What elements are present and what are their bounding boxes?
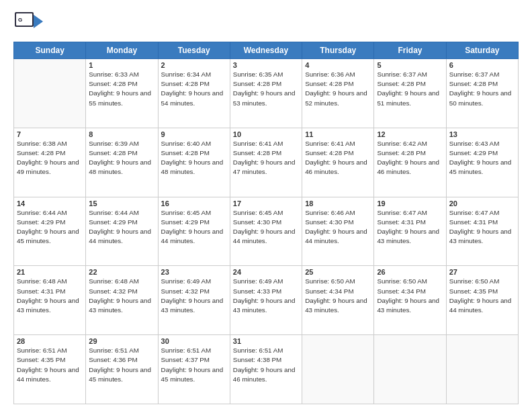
calendar-cell: 17Sunrise: 6:45 AMSunset: 4:30 PMDayligh…: [230, 197, 302, 266]
calendar-cell: 21Sunrise: 6:48 AMSunset: 4:31 PMDayligh…: [14, 266, 86, 335]
calendar-cell: 23Sunrise: 6:49 AMSunset: 4:32 PMDayligh…: [158, 266, 230, 335]
day-info: Sunrise: 6:42 AMSunset: 4:28 PMDaylight:…: [377, 139, 443, 177]
calendar-day-header: Tuesday: [158, 42, 230, 59]
calendar-cell: [446, 335, 518, 404]
day-number: 22: [89, 268, 154, 276]
header: G: [13, 11, 519, 35]
day-info: Sunrise: 6:49 AMSunset: 4:33 PMDaylight:…: [233, 277, 299, 315]
day-info: Sunrise: 6:51 AMSunset: 4:38 PMDaylight:…: [233, 346, 299, 384]
day-number: 30: [161, 337, 227, 345]
day-info: Sunrise: 6:36 AMSunset: 4:28 PMDaylight:…: [305, 70, 371, 108]
calendar-day-header: Wednesday: [230, 42, 302, 59]
calendar-cell: 13Sunrise: 6:43 AMSunset: 4:29 PMDayligh…: [446, 128, 518, 197]
calendar-cell: 3Sunrise: 6:35 AMSunset: 4:28 PMDaylight…: [230, 59, 302, 128]
calendar-cell: 2Sunrise: 6:34 AMSunset: 4:28 PMDaylight…: [158, 59, 230, 128]
calendar-header-row: SundayMondayTuesdayWednesdayThursdayFrid…: [14, 42, 519, 59]
day-number: 2: [161, 61, 227, 69]
day-number: 13: [449, 130, 515, 138]
day-info: Sunrise: 6:49 AMSunset: 4:32 PMDaylight:…: [161, 277, 227, 315]
calendar-day-header: Saturday: [446, 42, 518, 59]
day-info: Sunrise: 6:50 AMSunset: 4:34 PMDaylight:…: [305, 277, 371, 315]
day-number: 20: [449, 199, 515, 208]
day-info: Sunrise: 6:37 AMSunset: 4:28 PMDaylight:…: [449, 70, 515, 108]
day-number: 7: [17, 130, 83, 138]
day-info: Sunrise: 6:41 AMSunset: 4:28 PMDaylight:…: [305, 139, 371, 177]
calendar-cell: 20Sunrise: 6:47 AMSunset: 4:31 PMDayligh…: [446, 197, 518, 266]
page: G SundayMondayTuesdayWednesdayThursdayFr…: [0, 0, 532, 411]
day-info: Sunrise: 6:37 AMSunset: 4:28 PMDaylight:…: [377, 70, 443, 108]
calendar-cell: 18Sunrise: 6:46 AMSunset: 4:30 PMDayligh…: [302, 197, 374, 266]
day-info: Sunrise: 6:43 AMSunset: 4:29 PMDaylight:…: [449, 139, 515, 177]
day-info: Sunrise: 6:41 AMSunset: 4:28 PMDaylight:…: [233, 139, 299, 177]
calendar-cell: [374, 335, 446, 404]
day-number: 3: [233, 61, 299, 69]
day-number: 1: [89, 61, 154, 69]
calendar-day-header: Monday: [86, 42, 158, 59]
calendar-cell: 4Sunrise: 6:36 AMSunset: 4:28 PMDaylight…: [302, 59, 374, 128]
calendar-cell: 14Sunrise: 6:44 AMSunset: 4:29 PMDayligh…: [14, 197, 86, 266]
day-info: Sunrise: 6:48 AMSunset: 4:32 PMDaylight:…: [89, 277, 154, 315]
day-info: Sunrise: 6:34 AMSunset: 4:28 PMDaylight:…: [161, 70, 227, 108]
day-info: Sunrise: 6:51 AMSunset: 4:37 PMDaylight:…: [161, 346, 227, 384]
day-info: Sunrise: 6:47 AMSunset: 4:31 PMDaylight:…: [449, 208, 515, 246]
day-number: 15: [89, 199, 154, 208]
calendar-cell: 8Sunrise: 6:39 AMSunset: 4:28 PMDaylight…: [86, 128, 158, 197]
day-number: 31: [233, 337, 299, 345]
calendar-table: SundayMondayTuesdayWednesdayThursdayFrid…: [13, 42, 519, 404]
calendar-cell: 11Sunrise: 6:41 AMSunset: 4:28 PMDayligh…: [302, 128, 374, 197]
calendar-day-header: Sunday: [14, 42, 86, 59]
calendar-week-row: 28Sunrise: 6:51 AMSunset: 4:35 PMDayligh…: [14, 335, 519, 404]
calendar-cell: 24Sunrise: 6:49 AMSunset: 4:33 PMDayligh…: [230, 266, 302, 335]
day-number: 5: [377, 61, 443, 69]
day-number: 14: [17, 199, 83, 208]
calendar-cell: 15Sunrise: 6:44 AMSunset: 4:29 PMDayligh…: [86, 197, 158, 266]
day-number: 8: [89, 130, 154, 138]
day-info: Sunrise: 6:50 AMSunset: 4:34 PMDaylight:…: [377, 277, 443, 315]
day-number: 11: [305, 130, 371, 138]
calendar-cell: 28Sunrise: 6:51 AMSunset: 4:35 PMDayligh…: [14, 335, 86, 404]
day-info: Sunrise: 6:51 AMSunset: 4:36 PMDaylight:…: [89, 346, 154, 384]
logo: G: [13, 11, 46, 35]
calendar-cell: 12Sunrise: 6:42 AMSunset: 4:28 PMDayligh…: [374, 128, 446, 197]
day-number: 25: [305, 268, 371, 276]
day-number: 19: [377, 199, 443, 208]
calendar-week-row: 14Sunrise: 6:44 AMSunset: 4:29 PMDayligh…: [14, 197, 519, 266]
day-info: Sunrise: 6:46 AMSunset: 4:30 PMDaylight:…: [305, 208, 371, 246]
calendar-cell: 29Sunrise: 6:51 AMSunset: 4:36 PMDayligh…: [86, 335, 158, 404]
day-number: 16: [161, 199, 227, 208]
day-number: 4: [305, 61, 371, 69]
day-info: Sunrise: 6:39 AMSunset: 4:28 PMDaylight:…: [89, 139, 154, 177]
day-number: 21: [17, 268, 83, 276]
calendar-cell: 10Sunrise: 6:41 AMSunset: 4:28 PMDayligh…: [230, 128, 302, 197]
day-info: Sunrise: 6:45 AMSunset: 4:30 PMDaylight:…: [233, 208, 299, 246]
day-info: Sunrise: 6:40 AMSunset: 4:28 PMDaylight:…: [161, 139, 227, 177]
day-number: 17: [233, 199, 299, 208]
day-number: 23: [161, 268, 227, 276]
calendar-cell: 31Sunrise: 6:51 AMSunset: 4:38 PMDayligh…: [230, 335, 302, 404]
calendar-cell: 30Sunrise: 6:51 AMSunset: 4:37 PMDayligh…: [158, 335, 230, 404]
calendar-day-header: Friday: [374, 42, 446, 59]
calendar-cell: 9Sunrise: 6:40 AMSunset: 4:28 PMDaylight…: [158, 128, 230, 197]
day-info: Sunrise: 6:47 AMSunset: 4:31 PMDaylight:…: [377, 208, 443, 246]
calendar-cell: 1Sunrise: 6:33 AMSunset: 4:28 PMDaylight…: [86, 59, 158, 128]
day-info: Sunrise: 6:48 AMSunset: 4:31 PMDaylight:…: [17, 277, 83, 315]
day-info: Sunrise: 6:45 AMSunset: 4:29 PMDaylight:…: [161, 208, 227, 246]
calendar-cell: 5Sunrise: 6:37 AMSunset: 4:28 PMDaylight…: [374, 59, 446, 128]
calendar-cell: 22Sunrise: 6:48 AMSunset: 4:32 PMDayligh…: [86, 266, 158, 335]
calendar-cell: 6Sunrise: 6:37 AMSunset: 4:28 PMDaylight…: [446, 59, 518, 128]
calendar-cell: 27Sunrise: 6:50 AMSunset: 4:35 PMDayligh…: [446, 266, 518, 335]
calendar-cell: 16Sunrise: 6:45 AMSunset: 4:29 PMDayligh…: [158, 197, 230, 266]
day-info: Sunrise: 6:35 AMSunset: 4:28 PMDaylight:…: [233, 70, 299, 108]
calendar-week-row: 21Sunrise: 6:48 AMSunset: 4:31 PMDayligh…: [14, 266, 519, 335]
day-number: 28: [17, 337, 83, 345]
day-info: Sunrise: 6:50 AMSunset: 4:35 PMDaylight:…: [449, 277, 515, 315]
calendar-cell: 19Sunrise: 6:47 AMSunset: 4:31 PMDayligh…: [374, 197, 446, 266]
day-info: Sunrise: 6:38 AMSunset: 4:28 PMDaylight:…: [17, 139, 83, 177]
calendar-cell: [302, 335, 374, 404]
calendar-week-row: 1Sunrise: 6:33 AMSunset: 4:28 PMDaylight…: [14, 59, 519, 128]
day-number: 12: [377, 130, 443, 138]
day-number: 10: [233, 130, 299, 138]
day-number: 29: [89, 337, 154, 345]
day-info: Sunrise: 6:44 AMSunset: 4:29 PMDaylight:…: [17, 208, 83, 246]
calendar-cell: [14, 59, 86, 128]
